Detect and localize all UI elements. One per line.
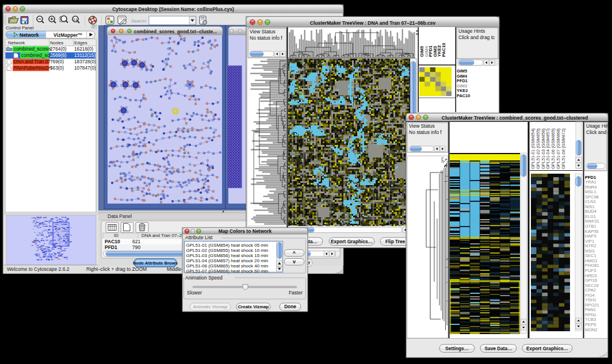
svg-text:GPL51-07 (GSM868) heat shock 6: GPL51-07 (GSM868) heat shock 60 min	[186, 269, 269, 274]
svg-text:v: v	[293, 259, 296, 265]
svg-text:Done: Done	[284, 304, 296, 309]
svg-text:1:1: 1:1	[73, 18, 77, 21]
svg-text:GPL51-08 (GSM872): GPL51-08 (GSM872)	[561, 128, 566, 169]
svg-text:GPL51-02 (GSM855) heat shock 1: GPL51-02 (GSM855) heat shock 10 min	[186, 248, 269, 253]
svg-text:Welcome to Cytoscape 2.6.2: Welcome to Cytoscape 2.6.2	[7, 266, 70, 272]
svg-text:RNAPuberNov2+I: RNAPuberNov2+I	[14, 65, 52, 71]
svg-text:MON2: MON2	[585, 327, 598, 332]
svg-text:Export Graphics…: Export Graphics…	[331, 239, 373, 244]
svg-text:View Status: View Status	[409, 123, 435, 129]
svg-text:PAC10: PAC10	[105, 239, 120, 244]
svg-text:ClusterMaker TreeView : DNA an: ClusterMaker TreeView : DNA and Tran 07–…	[310, 20, 436, 26]
svg-text:Network: Network	[8, 40, 25, 45]
svg-text:107847(0): 107847(0)	[74, 65, 96, 71]
svg-text:^: ^	[293, 250, 296, 256]
svg-text:View Status: View Status	[250, 29, 276, 35]
svg-text:GPL51-03 (GSM856): GPL51-03 (GSM856)	[541, 128, 546, 169]
svg-text:Cytoscape Desktop (Session Nam: Cytoscape Desktop (Session Name: collins…	[112, 6, 234, 12]
svg-text:Settings…: Settings…	[445, 346, 469, 351]
svg-text:Node Attribute Brows: Node Attribute Brows	[133, 260, 178, 266]
svg-text:Create Vizmap: Create Vizmap	[238, 304, 269, 309]
svg-text:GPL51-07 (GSM868): GPL51-07 (GSM868)	[556, 128, 561, 169]
svg-text:Network: Network	[20, 32, 39, 38]
svg-text:563(0): 563(0)	[50, 65, 64, 71]
svg-text:Usage Hints: Usage Hints	[586, 123, 612, 129]
svg-text:combined_scores_good.txt--clus: combined_scores_good.txt--cluste...	[134, 29, 217, 35]
svg-text:GPL51-06 (GSM865): GPL51-06 (GSM865)	[550, 128, 556, 169]
svg-text:Search:: Search:	[131, 18, 147, 24]
svg-text:16218(0): 16218(0)	[74, 46, 93, 52]
svg-text:2764(0): 2764(0)	[50, 46, 67, 52]
svg-text:Edges: Edges	[74, 40, 87, 45]
svg-text:PAC10: PAC10	[441, 43, 446, 57]
svg-text:PAC10: PAC10	[457, 93, 470, 98]
svg-text:13112(15): 13112(15)	[74, 52, 95, 58]
svg-text:GPL51-06 (GSM865) heat shock 4: GPL51-06 (GSM865) heat shock 40 min	[186, 263, 269, 269]
svg-text:Animate Vizmap: Animate Vizmap	[193, 304, 227, 309]
svg-text:No status info f: No status info f	[250, 35, 282, 41]
svg-text:GPL51-02 (GSM855): GPL51-02 (GSM855)	[536, 128, 541, 169]
svg-text:combined_sco: combined_sco	[21, 52, 52, 58]
svg-text:Click and drag tc: Click and drag tc	[458, 35, 495, 40]
svg-text:Control Panel: Control Panel	[6, 25, 34, 30]
svg-text:Faster: Faster	[289, 290, 303, 296]
svg-text:combined_scores: combined_scores	[14, 46, 51, 52]
svg-text:Slower: Slower	[187, 290, 202, 296]
svg-text:2569(6): 2569(6)	[50, 52, 67, 58]
svg-text:Click and drag: Click and drag	[586, 129, 612, 135]
svg-text:Save Data…: Save Data…	[485, 346, 512, 351]
svg-text:Usage Hints: Usage Hints	[458, 28, 485, 34]
svg-text:No status info f: No status info f	[409, 129, 442, 135]
svg-text:ClusterMaker TreeView : combin: ClusterMaker TreeView : combined_scores_…	[442, 115, 588, 121]
svg-text:769(0): 769(0)	[50, 59, 64, 64]
svg-text:GPL51-03 (GSM856) heat shock 1: GPL51-03 (GSM856) heat shock 15 min	[186, 253, 269, 258]
svg-text:VizMapper™: VizMapper™	[53, 32, 83, 38]
svg-text:Animation Speed: Animation Speed	[185, 275, 223, 281]
svg-text:GPL51-01 (GSM854): GPL51-01 (GSM854)	[530, 128, 536, 169]
svg-text:Export Graphics…: Export Graphics…	[526, 346, 568, 351]
svg-text:GPL51-04 (GSM857): GPL51-04 (GSM857)	[545, 128, 550, 169]
svg-text:Nodes: Nodes	[50, 40, 63, 45]
svg-text:DNA and Tran 07: DNA and Tran 07	[14, 59, 51, 64]
svg-text:790: 790	[132, 244, 140, 250]
svg-text:621: 621	[132, 239, 140, 244]
svg-text:Data Panel: Data Panel	[108, 213, 132, 219]
svg-text:GPL51-01 (GSM854) heat shock 0: GPL51-01 (GSM854) heat shock 05 min	[186, 243, 269, 248]
svg-text:GPL51-04 (GSM857) heat shock 2: GPL51-04 (GSM857) heat shock 20 min	[186, 258, 269, 263]
svg-text:Map Colors to Network: Map Colors to Network	[219, 228, 272, 234]
svg-text:ID: ID	[114, 233, 118, 238]
svg-text:PFD1: PFD1	[105, 244, 117, 250]
svg-text:Attribute List: Attribute List	[185, 235, 213, 240]
svg-text:183728(0): 183728(0)	[74, 59, 96, 64]
